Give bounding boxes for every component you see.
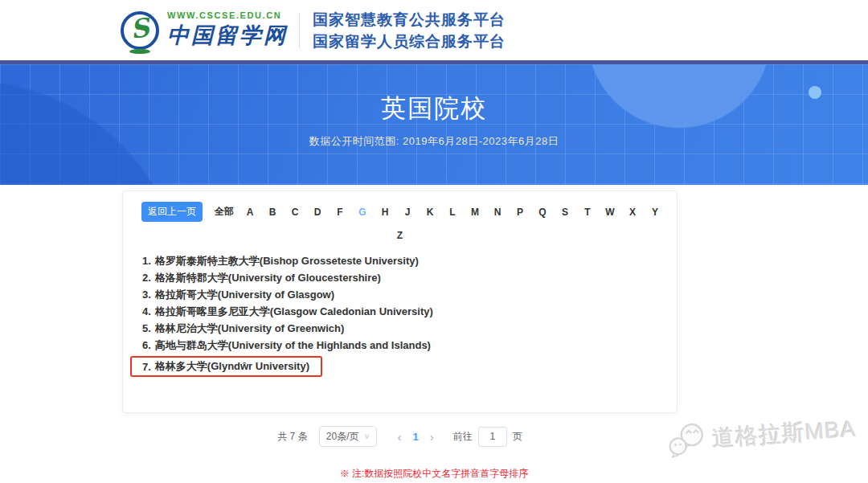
university-item-3[interactable]: 3. 格拉斯哥大学(University of Glasgow) (142, 286, 677, 303)
university-name[interactable]: 格罗斯泰斯特主教大学(Bishop Grosseteste University… (155, 254, 419, 268)
university-item-1[interactable]: 1. 格罗斯泰斯特主教大学(Bishop Grosseteste Univers… (142, 252, 677, 269)
university-item-2[interactable]: 2. 格洛斯特郡大学(University of Gloucestershire… (142, 269, 677, 286)
filter-letter-m[interactable]: M (464, 207, 486, 218)
logo-site-name: 中国留学网 (167, 21, 288, 50)
watermark-text: 道格拉斯MBA (711, 414, 858, 454)
platform-name-smart-education: 国家智慧教育公共服务平台 (313, 9, 506, 31)
back-button[interactable]: 返回上一页 (141, 202, 203, 222)
filter-letter-d[interactable]: D (306, 207, 329, 218)
university-item-6[interactable]: 6. 高地与群岛大学(University of the Highlands a… (142, 337, 677, 354)
banner: 英国院校 数据公开时间范围: 2019年6月28日-2023年6月28日 (0, 64, 868, 185)
alphabet-filter: 返回上一页 全部 A B C D F G H J K L M N P Q S T… (123, 191, 677, 222)
filter-letter-t[interactable]: T (576, 207, 599, 218)
item-number: 7. (142, 361, 151, 373)
header-divider (299, 13, 300, 48)
site-header: S WWW.CSCSE.EDU.CN 中国留学网 国家智慧教育公共服务平台 国家… (0, 0, 868, 60)
page-size-select[interactable]: 20条/页 ˅ (319, 426, 377, 447)
university-item-7-highlighted[interactable]: 7. 格林多大学(Glyndŵr University) (142, 356, 677, 377)
alphabet-filter-row2: Z (123, 227, 677, 239)
filter-all[interactable]: 全部 (213, 205, 239, 219)
banner-date-range: 数据公开时间范围: 2019年6月28日-2023年6月28日 (0, 134, 868, 149)
item-number: 2. (142, 272, 151, 284)
red-highlight-box: 7. 格林多大学(Glyndŵr University) (130, 356, 322, 377)
pagination-total: 共 7 条 (277, 430, 307, 444)
item-number: 3. (142, 289, 151, 301)
item-number: 1. (142, 255, 151, 267)
university-item-5[interactable]: 5. 格林尼治大学(University of Greenwich) (142, 320, 677, 337)
university-name[interactable]: 格林尼治大学(University of Greenwich) (155, 321, 344, 336)
chevron-down-icon: ˅ (364, 432, 369, 441)
filter-letter-f[interactable]: F (329, 207, 351, 218)
pagination: 共 7 条 20条/页 ˅ ‹ 1 › 前往 页 (122, 426, 678, 447)
filter-letter-w[interactable]: W (599, 207, 621, 218)
filter-letter-s[interactable]: S (554, 207, 576, 218)
university-name[interactable]: 格拉斯哥大学(University of Glasgow) (155, 288, 334, 302)
logo-url-text: WWW.CSCSE.EDU.CN (167, 10, 288, 20)
watermark: 道格拉斯MBA (666, 411, 858, 460)
filter-letter-c[interactable]: C (284, 207, 306, 218)
item-number: 6. (142, 339, 151, 351)
filter-letter-b[interactable]: B (261, 207, 284, 218)
university-item-4[interactable]: 4. 格拉斯哥喀里多尼亚大学(Glasgow Caledonian Univer… (142, 303, 677, 320)
filter-letter-k[interactable]: K (419, 207, 441, 218)
university-name[interactable]: 格林多大学(Glyndŵr University) (155, 359, 309, 374)
filter-letter-l[interactable]: L (441, 207, 464, 218)
logo-book-icon (129, 49, 150, 54)
cscse-logo-icon: S (121, 11, 159, 50)
filter-letter-y[interactable]: Y (644, 207, 666, 218)
university-name[interactable]: 格洛斯特郡大学(University of Gloucestershire) (155, 271, 381, 285)
university-list: 1. 格罗斯泰斯特主教大学(Bishop Grosseteste Univers… (142, 252, 677, 377)
item-number: 4. (142, 305, 151, 317)
page-unit-label: 页 (513, 430, 522, 444)
page-title: 英国院校 (0, 64, 868, 125)
sort-note: ※ 注:数据按照院校中文名字拼音首字母排序 (0, 467, 868, 481)
filter-letter-p[interactable]: P (509, 207, 531, 218)
banner-decor-dot (809, 86, 821, 99)
goto-label: 前往 (453, 430, 473, 444)
university-name[interactable]: 格拉斯哥喀里多尼亚大学(Glasgow Caledonian Universit… (155, 305, 433, 319)
platform-name-overseas-service: 国家留学人员综合服务平台 (313, 31, 506, 52)
logo-text: WWW.CSCSE.EDU.CN 中国留学网 (167, 10, 288, 50)
site-logo[interactable]: S WWW.CSCSE.EDU.CN 中国留学网 (121, 10, 288, 50)
item-number: 5. (142, 322, 151, 334)
filter-letter-j[interactable]: J (396, 207, 419, 218)
filter-letter-n[interactable]: N (486, 207, 509, 218)
logo-s-glyph: S (129, 14, 150, 43)
goto-page-input[interactable] (478, 427, 507, 447)
filter-letter-a[interactable]: A (239, 207, 261, 218)
filter-letter-z[interactable]: Z (389, 230, 411, 241)
page: S WWW.CSCSE.EDU.CN 中国留学网 国家智慧教育公共服务平台 国家… (0, 0, 868, 483)
platform-names: 国家智慧教育公共服务平台 国家留学人员综合服务平台 (313, 9, 506, 52)
university-name[interactable]: 高地与群岛大学(University of the Highlands and … (155, 338, 431, 353)
filter-letter-x[interactable]: X (621, 207, 644, 218)
prev-page-button[interactable]: ‹ (390, 431, 410, 443)
filter-letter-g-active[interactable]: G (351, 207, 374, 218)
filter-letter-q[interactable]: Q (531, 207, 554, 218)
page-size-value: 20条/页 (326, 430, 359, 444)
filter-letter-h[interactable]: H (374, 207, 396, 218)
current-page[interactable]: 1 (410, 431, 422, 443)
next-page-button[interactable]: › (422, 431, 442, 443)
universities-card: 返回上一页 全部 A B C D F G H J K L M N P Q S T… (122, 190, 678, 413)
